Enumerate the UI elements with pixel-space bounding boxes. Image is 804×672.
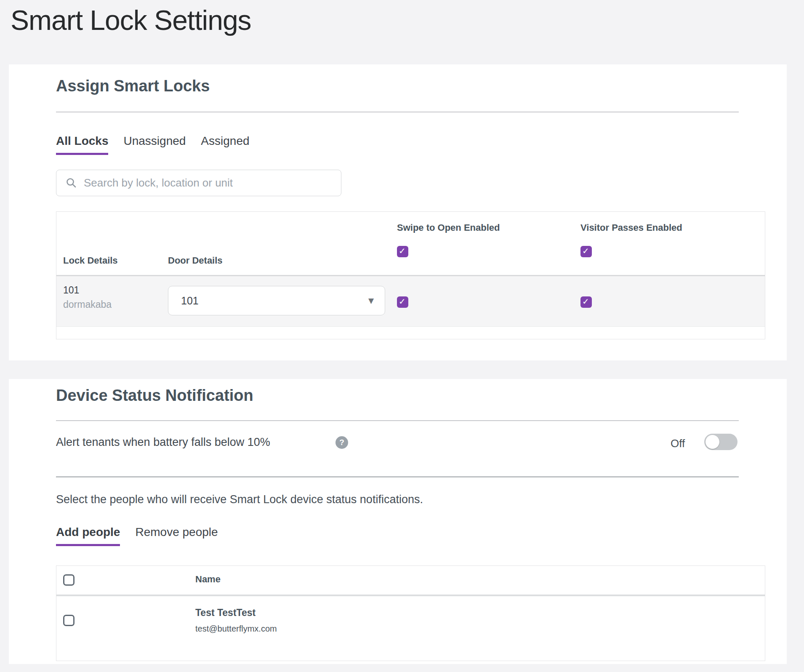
tab-add-people[interactable]: Add people bbox=[56, 525, 120, 546]
question-icon[interactable]: ? bbox=[335, 436, 348, 449]
assign-smart-locks-card: Assign Smart Locks All Locks Unassigned … bbox=[9, 64, 787, 360]
col-header-lock-details: Lock Details bbox=[63, 255, 118, 266]
lock-name: 101 bbox=[63, 285, 79, 296]
person-name: Test TestTest bbox=[195, 607, 256, 619]
person-email: test@butterflymx.com bbox=[195, 624, 277, 634]
device-status-card: Device Status Notification Alert tenants… bbox=[9, 379, 787, 664]
tab-all-locks[interactable]: All Locks bbox=[56, 134, 108, 155]
select-all-checkbox[interactable] bbox=[63, 574, 75, 586]
tab-assigned[interactable]: Assigned bbox=[201, 134, 249, 155]
person-checkbox[interactable] bbox=[63, 615, 75, 626]
swipe-row-checkbox[interactable] bbox=[397, 296, 408, 308]
locks-tab-bar: All Locks Unassigned Assigned bbox=[56, 134, 250, 155]
search-icon bbox=[66, 177, 77, 189]
heading-divider bbox=[56, 112, 739, 112]
battery-alert-toggle[interactable] bbox=[704, 434, 737, 450]
lock-brand: dormakaba bbox=[63, 299, 112, 310]
door-select-dropdown[interactable]: 101 ▼ bbox=[168, 286, 385, 315]
caret-down-icon: ▼ bbox=[368, 296, 374, 305]
device-section-heading: Device Status Notification bbox=[56, 387, 253, 405]
col-header-door-details: Door Details bbox=[168, 255, 223, 266]
visitor-header-checkbox[interactable] bbox=[580, 246, 592, 257]
tab-remove-people[interactable]: Remove people bbox=[135, 525, 218, 546]
people-table: Name Test TestTest test@butterflymx.com bbox=[56, 565, 765, 661]
empty-table-strip bbox=[56, 327, 765, 339]
lock-search-box bbox=[56, 170, 341, 196]
col-header-swipe-to-open: Swipe to Open Enabled bbox=[397, 222, 500, 233]
visitor-row-checkbox[interactable] bbox=[580, 296, 592, 308]
battery-alert-label: Alert tenants when battery falls below 1… bbox=[56, 436, 270, 449]
heading-divider bbox=[56, 420, 739, 421]
locks-table: Swipe to Open Enabled Visitor Passes Ena… bbox=[56, 211, 765, 339]
search-input[interactable] bbox=[83, 176, 320, 190]
lock-table-row: 101 dormakaba 101 ▼ bbox=[56, 276, 765, 327]
swipe-header-checkbox[interactable] bbox=[397, 246, 408, 257]
person-table-row: Test TestTest test@butterflymx.com bbox=[56, 596, 765, 661]
col-header-visitor-passes: Visitor Passes Enabled bbox=[580, 222, 682, 233]
toggle-state-label: Off bbox=[671, 437, 685, 450]
assign-section-heading: Assign Smart Locks bbox=[56, 77, 210, 95]
select-people-text: Select the people who will receive Smart… bbox=[56, 493, 423, 506]
page-title: Smart Lock Settings bbox=[11, 4, 251, 36]
people-tab-bar: Add people Remove people bbox=[56, 525, 218, 546]
door-select-value: 101 bbox=[181, 295, 199, 307]
row-divider bbox=[56, 476, 739, 477]
tab-unassigned[interactable]: Unassigned bbox=[123, 134, 186, 155]
col-header-name: Name bbox=[195, 574, 221, 585]
toggle-knob bbox=[705, 435, 719, 449]
